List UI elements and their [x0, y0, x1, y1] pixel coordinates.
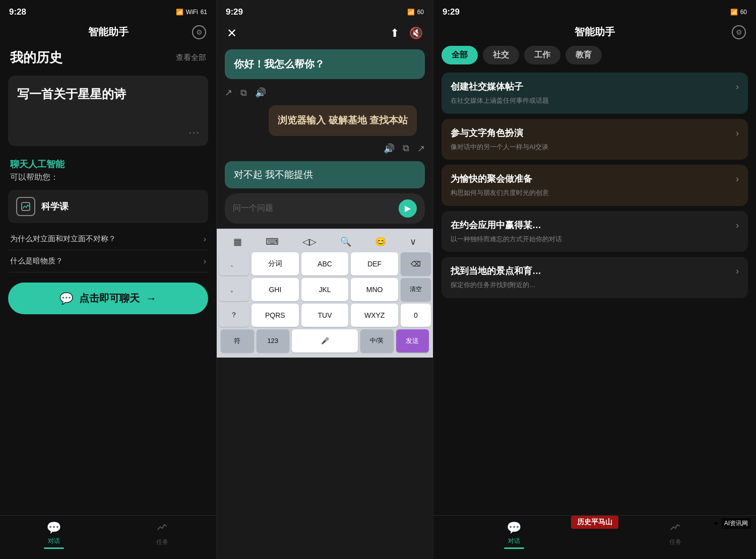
copy-icon-1[interactable]: ⧉ [240, 88, 247, 98]
feature-card-2-content: 参与文字角色扮演 像对话中的另一个人一样与AI交谈 [451, 127, 731, 152]
feature-card-5[interactable]: 找到当地的景点和育… 探定你的任务并找到附近的… › [442, 257, 748, 298]
right-gear-button[interactable]: ⚙ [732, 25, 746, 39]
kb-key-tuv[interactable]: TUV [301, 304, 349, 327]
kb-key-question[interactable]: ？ [219, 304, 249, 327]
right-time: 9:29 [443, 7, 460, 17]
kb-tool-search[interactable]: 🔍 [336, 234, 355, 249]
link-icon-2[interactable]: ↗ [417, 143, 425, 154]
kb-tool-1[interactable]: ▦ [229, 234, 246, 249]
ai-bubble-2-text: 对不起 我不能提供 [234, 169, 313, 180]
feature-card-2-desc: 像对话中的另一个人一样与AI交谈 [451, 142, 731, 152]
kb-tool-emoji[interactable]: 😊 [371, 234, 390, 249]
filter-tab-social[interactable]: 社交 [483, 46, 519, 64]
bubble-actions-1: ↗ ⧉ 🔊 [217, 84, 433, 101]
ai-bubble-2: 对不起 我不能提供 [225, 161, 425, 188]
left-status-bar: 9:28 📶 WiFi 61 [0, 0, 216, 22]
left-gear-button[interactable]: ⚙ [192, 25, 206, 39]
right-task-icon [669, 521, 681, 536]
signal-icon: 📶 [176, 9, 183, 16]
feature-card-1-content: 创建社交媒体帖子 在社交媒体上涵盖任何事件或话题 [451, 81, 731, 106]
kb-key-pqrs[interactable]: PQRS [251, 304, 299, 327]
history-card[interactable]: 写一首关于星星的诗 ··· [8, 76, 208, 146]
kb-key-fu[interactable]: 符 [221, 329, 254, 353]
feature-card-3-desc: 构思如何与朋友们共度时光的创意 [451, 188, 731, 198]
watermark2: ✦ AI资讯网 [713, 518, 751, 529]
left-nav-chat[interactable]: 💬 对话 [0, 521, 108, 549]
view-all-button[interactable]: 查看全部 [176, 53, 206, 62]
kb-key-ghi[interactable]: GHI [251, 278, 299, 301]
arrow-icon-2: › [204, 257, 206, 266]
kb-tool-3[interactable]: ◁▷ [298, 234, 321, 249]
bubble-actions-2: 🔊 ⧉ ↗ [217, 140, 433, 157]
kb-key-mno[interactable]: MNO [351, 278, 398, 301]
kb-key-fensi[interactable]: 分词 [251, 252, 299, 275]
right-nav-underline [504, 547, 524, 549]
right-chat-icon: 💬 [507, 521, 522, 535]
arrow-icon-1: › [204, 235, 206, 244]
copy-icon-2[interactable]: ⧉ [403, 143, 409, 154]
kb-key-send[interactable]: 发送 [396, 329, 429, 353]
kb-tool-collapse[interactable]: ∨ [406, 234, 420, 249]
kb-key-wxyz[interactable]: WXYZ [351, 304, 398, 327]
kb-key-lang[interactable]: 中/英 [360, 329, 394, 353]
filter-tab-education[interactable]: 教育 [565, 46, 602, 64]
watermark: 历史平马山 [571, 516, 618, 529]
feature-arrow-5: › [736, 266, 739, 276]
kb-key-zero[interactable]: 0 [401, 304, 431, 327]
kb-key-delete[interactable]: ⌫ [401, 252, 431, 275]
share-icon[interactable]: ⬆ [390, 27, 399, 40]
history-card-text: 写一首关于星星的诗 [17, 87, 126, 101]
kb-row-1: 、 分词 ABC DEF ⌫ [219, 252, 431, 275]
feature-card-3[interactable]: 为愉快的聚会做准备 构思如何与朋友们共度时光的创意 › [442, 165, 748, 206]
question-item-1[interactable]: 为什么对立面和对立面不对称？ › [8, 228, 208, 250]
speaker-icon-1[interactable]: 🔊 [255, 87, 266, 98]
kb-key-comma[interactable]: 、 [219, 252, 249, 275]
feature-card-1[interactable]: 创建社交媒体帖子 在社交媒体上涵盖任何事件或话题 › [442, 73, 748, 114]
feature-card-1-desc: 在社交媒体上涵盖任何事件或话题 [451, 96, 731, 106]
chat-nav-label: 对话 [48, 537, 60, 545]
link-icon-1[interactable]: ↗ [225, 87, 232, 98]
question-item-2[interactable]: 什么是暗物质？ › [8, 250, 208, 272]
question-text-1: 为什么对立面和对立面不对称？ [10, 234, 200, 244]
kb-key-clear[interactable]: 清空 [401, 278, 431, 301]
mid-status-bar: 9:29 📶 60 [217, 0, 433, 22]
feature-list: 创建社交媒体帖子 在社交媒体上涵盖任何事件或话题 › 参与文字角色扮演 像对话中… [433, 68, 756, 527]
science-item[interactable]: 科学课 [8, 190, 208, 223]
chat-cta-button[interactable]: 💬 点击即可聊天 → [8, 283, 208, 314]
ai-chat-section: 聊天人工智能 可以帮助您： [0, 151, 216, 185]
history-title: 我的历史 [10, 49, 62, 66]
mute-icon[interactable]: 🔇 [409, 27, 423, 40]
feature-card-4-content: 在约会应用中赢得某… 以一种独特而难忘的方式开始你的对话 [451, 219, 731, 244]
feature-card-5-title: 找到当地的景点和育… [451, 265, 731, 277]
kb-row-3: ？ PQRS TUV WXYZ 0 [219, 304, 431, 327]
kb-key-abc[interactable]: ABC [301, 252, 349, 275]
chat-nav-icon: 💬 [46, 521, 61, 535]
feature-card-4-desc: 以一种独特而难忘的方式开始你的对话 [451, 234, 731, 244]
filter-tabs: 全部 社交 工作 教育 [433, 42, 756, 68]
close-button[interactable]: ✕ [227, 26, 237, 40]
right-battery-level: 60 [740, 9, 747, 16]
feature-card-4[interactable]: 在约会应用中赢得某… 以一种独特而难忘的方式开始你的对话 › [442, 211, 748, 252]
filter-tab-all[interactable]: 全部 [442, 46, 478, 64]
speaker-icon-2[interactable]: 🔊 [384, 143, 395, 154]
chat-input-placeholder[interactable]: 问一个问题 [233, 203, 399, 214]
mid-status-icons: 📶 60 [407, 9, 424, 16]
kb-key-def[interactable]: DEF [351, 252, 398, 275]
kb-row-bottom: 符 123 🎤 中/英 发送 [219, 329, 431, 353]
watermark2-text: AI资讯网 [721, 518, 751, 529]
send-button[interactable]: ▶ [399, 199, 417, 218]
chat-cta-text: 点击即可聊天 [79, 292, 140, 305]
ai-bubble-1-text: 你好！我怎么帮你？ [234, 58, 325, 69]
right-task-label: 任务 [669, 538, 681, 546]
kb-key-123[interactable]: 123 [257, 329, 290, 353]
feature-card-2[interactable]: 参与文字角色扮演 像对话中的另一个人一样与AI交谈 › [442, 119, 748, 160]
filter-tab-work[interactable]: 工作 [524, 46, 560, 64]
kb-key-mic[interactable]: 🎤 [292, 329, 358, 353]
right-title: 智能助手 [575, 25, 615, 39]
more-options-icon[interactable]: ··· [188, 126, 200, 138]
kb-key-period[interactable]: 。 [219, 278, 249, 301]
kb-key-jkl[interactable]: JKL [301, 278, 349, 301]
left-nav-task[interactable]: 任务 [108, 521, 217, 549]
kb-tool-2[interactable]: ⌨ [262, 234, 283, 249]
right-nav-chat[interactable]: 💬 对话 [433, 521, 595, 549]
